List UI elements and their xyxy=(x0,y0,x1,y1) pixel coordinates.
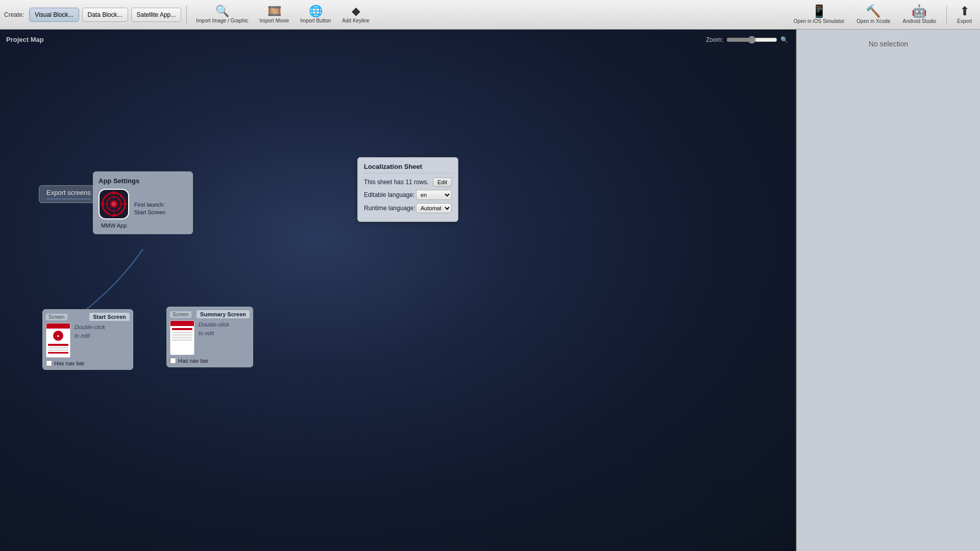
zoom-icon: 🔍 xyxy=(780,36,788,43)
canvas-area[interactable]: Project Map Zoom: 🔍 Export screens App S… xyxy=(0,30,796,551)
film-icon: 🎞️ xyxy=(267,6,281,17)
launch-info: First launch: Start Screen xyxy=(134,201,165,217)
loc-sheet-title: Localization Sheet xyxy=(364,163,452,173)
right-panel: No selection xyxy=(796,30,980,551)
summary-screen-footer: Has nav bar xyxy=(170,358,250,364)
data-block-btn[interactable]: Data Block... xyxy=(82,8,128,22)
export-screens-button[interactable]: Export screens xyxy=(39,185,99,203)
canvas-background xyxy=(0,30,796,551)
import-movie-btn[interactable]: 🎞️ Import Movie xyxy=(256,5,293,24)
app-settings-body: MMW App First launch: Start Screen xyxy=(99,189,187,229)
localization-sheet-panel: Localization Sheet This sheet has 11 row… xyxy=(357,157,458,222)
summary-screen-body: Double-click to edit xyxy=(170,320,250,355)
start-screen-info: Double-click to edit xyxy=(75,323,130,340)
loc-runtime-lang-select[interactable]: Automatic en de xyxy=(416,203,452,213)
app-icon xyxy=(99,189,129,219)
xcode-icon: 🔨 xyxy=(866,5,881,17)
summary-screen-name: Summary Screen xyxy=(197,310,250,318)
search-icon: 🔍 xyxy=(215,6,229,17)
start-screen-preview: ● xyxy=(46,323,70,358)
summary-screen-nav-bar-checkbox[interactable] xyxy=(170,358,176,364)
app-settings-card: App Settings xyxy=(93,171,193,234)
loc-rows-info: This sheet has 11 rows. xyxy=(364,179,433,186)
summary-screen-preview xyxy=(170,320,194,355)
zoom-label: Zoom: xyxy=(706,36,723,43)
svg-point-12 xyxy=(124,203,127,206)
app-name: MMW App xyxy=(99,222,129,229)
svg-point-9 xyxy=(112,191,115,194)
loc-runtime-lang-row: Runtime language: Automatic en de xyxy=(364,203,452,213)
satellite-app-btn[interactable]: Satellite App... xyxy=(131,8,182,22)
open-xcode-btn[interactable]: 🔨 Open in Xcode xyxy=(852,4,894,25)
separator-2 xyxy=(946,6,947,24)
loc-editable-lang-row: Editable language: en de fr xyxy=(364,190,452,200)
start-screen-footer: Has nav bar xyxy=(46,360,130,366)
add-keyline-btn[interactable]: ◆ Add Keyline xyxy=(338,5,373,24)
import-image-btn[interactable]: 🔍 Import Image / Graphic xyxy=(192,5,252,24)
android-studio-btn[interactable]: 🤖 Android Studio xyxy=(898,4,940,25)
summary-screen-header: Screen Summary Screen xyxy=(170,310,250,318)
zoom-control: Zoom: 🔍 xyxy=(706,36,788,44)
toolbar-right: 📱 Open in iOS Simulator 🔨 Open in Xcode … xyxy=(790,4,976,25)
import-button-btn[interactable]: 🌐 Import Button xyxy=(296,5,335,24)
summary-screen-info: Double-click to edit xyxy=(199,320,250,337)
start-screen-card[interactable]: Screen Start Screen ● xyxy=(42,309,133,370)
create-label: Create: xyxy=(4,11,24,18)
keyline-icon: ◆ xyxy=(352,6,360,17)
no-selection-label: No selection xyxy=(869,40,908,48)
main-layout: Project Map Zoom: 🔍 Export screens App S… xyxy=(0,30,980,551)
start-screen-name: Start Screen xyxy=(89,313,130,321)
loc-editable-lang-select[interactable]: en de fr xyxy=(416,190,452,200)
loc-rows-info-row: This sheet has 11 rows. Edit xyxy=(364,178,452,187)
start-screen-type: Screen xyxy=(46,314,67,320)
project-map-title: Project Map xyxy=(6,36,44,43)
start-screen-header: Screen Start Screen xyxy=(46,313,130,321)
summary-screen-card[interactable]: Screen Summary Screen Double-click xyxy=(166,307,253,367)
app-settings-title: App Settings xyxy=(99,177,187,185)
summary-screen-type: Screen xyxy=(170,311,191,318)
svg-point-11 xyxy=(101,203,104,206)
svg-point-8 xyxy=(112,202,116,206)
open-ios-btn[interactable]: 📱 Open in iOS Simulator xyxy=(790,4,849,25)
zoom-slider[interactable] xyxy=(726,36,777,44)
toolbar: Create: Visual Block... Data Block... Sa… xyxy=(0,0,980,30)
loc-edit-btn[interactable]: Edit xyxy=(433,178,452,187)
export-btn[interactable]: ⬆ Export xyxy=(953,4,976,25)
export-icon: ⬆ xyxy=(960,5,970,17)
canvas-divider xyxy=(796,30,796,551)
start-screen-body: ● Double-click to edit xyxy=(46,323,130,358)
separator-1 xyxy=(186,6,187,24)
start-screen-nav-bar-checkbox[interactable] xyxy=(46,360,52,366)
globe-icon: 🌐 xyxy=(309,6,323,17)
loc-runtime-lang-label: Runtime language: xyxy=(364,205,416,212)
visual-block-btn[interactable]: Visual Block... xyxy=(29,8,79,22)
svg-point-10 xyxy=(112,214,115,217)
android-icon: 🤖 xyxy=(912,5,927,17)
loc-editable-lang-label: Editable language: xyxy=(364,191,416,198)
ios-sim-icon: 📱 xyxy=(812,5,827,17)
